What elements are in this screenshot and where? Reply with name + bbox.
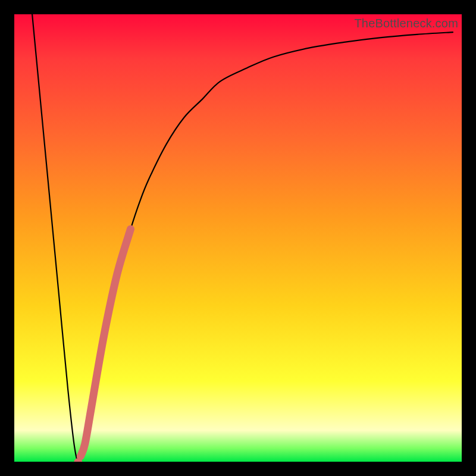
- chart-frame: TheBottleneck.com: [0, 0, 476, 476]
- plot-area: TheBottleneck.com: [14, 14, 462, 462]
- curve-layer: [14, 14, 462, 462]
- highlight-segment-path: [80, 229, 130, 456]
